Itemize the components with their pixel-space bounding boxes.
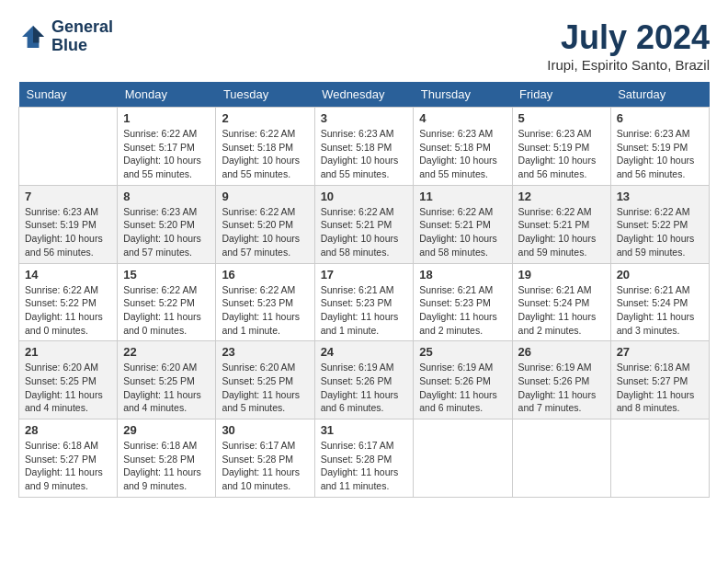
day-header-tuesday: Tuesday bbox=[216, 82, 314, 108]
calendar-cell: 20Sunrise: 6:21 AMSunset: 5:24 PMDayligh… bbox=[610, 263, 709, 341]
day-info: Sunrise: 6:18 AMSunset: 5:28 PMDaylight:… bbox=[123, 439, 210, 493]
day-info: Sunrise: 6:23 AMSunset: 5:19 PMDaylight:… bbox=[25, 205, 111, 259]
day-info: Sunrise: 6:21 AMSunset: 5:23 PMDaylight:… bbox=[321, 283, 408, 338]
day-info: Sunrise: 6:22 AMSunset: 5:21 PMDaylight:… bbox=[321, 205, 408, 259]
day-number: 31 bbox=[321, 423, 408, 437]
calendar-cell: 14Sunrise: 6:22 AMSunset: 5:22 PMDayligh… bbox=[19, 263, 118, 341]
calendar-cell: 31Sunrise: 6:17 AMSunset: 5:28 PMDayligh… bbox=[314, 419, 414, 498]
day-info: Sunrise: 6:21 AMSunset: 5:23 PMDaylight:… bbox=[419, 283, 506, 338]
calendar-cell: 2Sunrise: 6:22 AMSunset: 5:18 PMDaylight… bbox=[216, 108, 314, 186]
day-number: 17 bbox=[321, 268, 408, 282]
calendar-cell: 5Sunrise: 6:23 AMSunset: 5:19 PMDaylight… bbox=[512, 108, 610, 186]
calendar-cell: 29Sunrise: 6:18 AMSunset: 5:28 PMDayligh… bbox=[118, 419, 216, 498]
calendar-cell: 6Sunrise: 6:23 AMSunset: 5:19 PMDaylight… bbox=[610, 108, 709, 186]
day-info: Sunrise: 6:19 AMSunset: 5:26 PMDaylight:… bbox=[518, 361, 605, 415]
day-header-monday: Monday bbox=[118, 82, 216, 108]
title-block: July 2024 Irupi, Espirito Santo, Brazil bbox=[547, 18, 710, 73]
calendar-cell: 18Sunrise: 6:21 AMSunset: 5:23 PMDayligh… bbox=[414, 263, 512, 341]
calendar-week-row: 28Sunrise: 6:18 AMSunset: 5:27 PMDayligh… bbox=[19, 419, 710, 498]
day-number: 16 bbox=[222, 268, 308, 282]
calendar-cell: 24Sunrise: 6:19 AMSunset: 5:26 PMDayligh… bbox=[314, 341, 414, 419]
logo-icon bbox=[18, 22, 48, 52]
day-info: Sunrise: 6:19 AMSunset: 5:26 PMDaylight:… bbox=[419, 361, 506, 415]
calendar-week-row: 1Sunrise: 6:22 AMSunset: 5:17 PMDaylight… bbox=[19, 108, 710, 186]
day-header-thursday: Thursday bbox=[414, 82, 512, 108]
day-info: Sunrise: 6:22 AMSunset: 5:18 PMDaylight:… bbox=[222, 127, 308, 181]
day-info: Sunrise: 6:22 AMSunset: 5:22 PMDaylight:… bbox=[617, 205, 703, 259]
calendar-cell: 9Sunrise: 6:22 AMSunset: 5:20 PMDaylight… bbox=[216, 185, 314, 263]
calendar-cell: 28Sunrise: 6:18 AMSunset: 5:27 PMDayligh… bbox=[19, 419, 118, 498]
day-number: 6 bbox=[617, 111, 703, 125]
day-info: Sunrise: 6:22 AMSunset: 5:22 PMDaylight:… bbox=[25, 283, 111, 338]
day-number: 3 bbox=[321, 111, 408, 125]
calendar-cell: 10Sunrise: 6:22 AMSunset: 5:21 PMDayligh… bbox=[314, 185, 414, 263]
day-number: 14 bbox=[25, 268, 111, 282]
day-info: Sunrise: 6:21 AMSunset: 5:24 PMDaylight:… bbox=[617, 283, 703, 338]
calendar-cell: 21Sunrise: 6:20 AMSunset: 5:25 PMDayligh… bbox=[19, 341, 118, 419]
calendar-cell bbox=[19, 108, 118, 186]
day-number: 28 bbox=[25, 423, 111, 437]
logo: General Blue bbox=[18, 18, 113, 55]
day-header-wednesday: Wednesday bbox=[314, 82, 414, 108]
day-number: 18 bbox=[419, 268, 506, 282]
day-info: Sunrise: 6:23 AMSunset: 5:18 PMDaylight:… bbox=[419, 127, 506, 181]
logo-text: General Blue bbox=[51, 18, 113, 55]
calendar-cell bbox=[414, 419, 512, 498]
day-info: Sunrise: 6:23 AMSunset: 5:20 PMDaylight:… bbox=[123, 205, 210, 259]
calendar-cell: 30Sunrise: 6:17 AMSunset: 5:28 PMDayligh… bbox=[216, 419, 314, 498]
calendar-header-row: SundayMondayTuesdayWednesdayThursdayFrid… bbox=[19, 82, 710, 108]
day-info: Sunrise: 6:17 AMSunset: 5:28 PMDaylight:… bbox=[321, 439, 408, 493]
day-number: 9 bbox=[222, 190, 308, 203]
calendar-cell: 16Sunrise: 6:22 AMSunset: 5:23 PMDayligh… bbox=[216, 263, 314, 341]
day-number: 25 bbox=[419, 345, 506, 359]
day-info: Sunrise: 6:22 AMSunset: 5:17 PMDaylight:… bbox=[123, 127, 210, 181]
day-info: Sunrise: 6:20 AMSunset: 5:25 PMDaylight:… bbox=[25, 361, 111, 415]
day-info: Sunrise: 6:20 AMSunset: 5:25 PMDaylight:… bbox=[123, 361, 210, 415]
day-info: Sunrise: 6:20 AMSunset: 5:25 PMDaylight:… bbox=[222, 361, 308, 415]
day-number: 7 bbox=[25, 190, 111, 203]
calendar-cell: 4Sunrise: 6:23 AMSunset: 5:18 PMDaylight… bbox=[414, 108, 512, 186]
day-number: 26 bbox=[518, 345, 605, 359]
calendar-cell: 25Sunrise: 6:19 AMSunset: 5:26 PMDayligh… bbox=[414, 341, 512, 419]
day-number: 24 bbox=[321, 345, 408, 359]
calendar-cell: 7Sunrise: 6:23 AMSunset: 5:19 PMDaylight… bbox=[19, 185, 118, 263]
day-info: Sunrise: 6:22 AMSunset: 5:21 PMDaylight:… bbox=[518, 205, 605, 259]
day-info: Sunrise: 6:18 AMSunset: 5:27 PMDaylight:… bbox=[25, 439, 111, 493]
day-number: 5 bbox=[518, 111, 605, 125]
calendar-cell: 22Sunrise: 6:20 AMSunset: 5:25 PMDayligh… bbox=[118, 341, 216, 419]
day-number: 21 bbox=[25, 345, 111, 359]
calendar-cell: 26Sunrise: 6:19 AMSunset: 5:26 PMDayligh… bbox=[512, 341, 610, 419]
day-number: 10 bbox=[321, 190, 408, 203]
calendar-cell: 1Sunrise: 6:22 AMSunset: 5:17 PMDaylight… bbox=[118, 108, 216, 186]
day-number: 30 bbox=[222, 423, 308, 437]
day-number: 4 bbox=[419, 111, 506, 125]
calendar-cell bbox=[512, 419, 610, 498]
day-number: 1 bbox=[123, 111, 210, 125]
calendar-cell: 27Sunrise: 6:18 AMSunset: 5:27 PMDayligh… bbox=[610, 341, 709, 419]
calendar-cell: 19Sunrise: 6:21 AMSunset: 5:24 PMDayligh… bbox=[512, 263, 610, 341]
day-info: Sunrise: 6:23 AMSunset: 5:18 PMDaylight:… bbox=[321, 127, 408, 181]
day-number: 19 bbox=[518, 268, 605, 282]
day-number: 20 bbox=[617, 268, 703, 282]
day-info: Sunrise: 6:19 AMSunset: 5:26 PMDaylight:… bbox=[321, 361, 408, 415]
calendar-table: SundayMondayTuesdayWednesdayThursdayFrid… bbox=[18, 82, 710, 498]
calendar-cell: 23Sunrise: 6:20 AMSunset: 5:25 PMDayligh… bbox=[216, 341, 314, 419]
day-header-saturday: Saturday bbox=[610, 82, 709, 108]
day-number: 8 bbox=[123, 190, 210, 203]
calendar-cell: 8Sunrise: 6:23 AMSunset: 5:20 PMDaylight… bbox=[118, 185, 216, 263]
svg-marker-1 bbox=[33, 26, 44, 42]
page-header: General Blue July 2024 Irupi, Espirito S… bbox=[18, 18, 710, 73]
month-title: July 2024 bbox=[547, 18, 710, 57]
day-info: Sunrise: 6:18 AMSunset: 5:27 PMDaylight:… bbox=[617, 361, 703, 415]
day-number: 13 bbox=[617, 190, 703, 203]
day-header-friday: Friday bbox=[512, 82, 610, 108]
day-number: 27 bbox=[617, 345, 703, 359]
calendar-cell: 11Sunrise: 6:22 AMSunset: 5:21 PMDayligh… bbox=[414, 185, 512, 263]
calendar-cell: 17Sunrise: 6:21 AMSunset: 5:23 PMDayligh… bbox=[314, 263, 414, 341]
day-info: Sunrise: 6:23 AMSunset: 5:19 PMDaylight:… bbox=[518, 127, 605, 181]
day-info: Sunrise: 6:17 AMSunset: 5:28 PMDaylight:… bbox=[222, 439, 308, 493]
day-info: Sunrise: 6:22 AMSunset: 5:23 PMDaylight:… bbox=[222, 283, 308, 338]
day-number: 12 bbox=[518, 190, 605, 203]
day-info: Sunrise: 6:22 AMSunset: 5:21 PMDaylight:… bbox=[419, 205, 506, 259]
day-number: 15 bbox=[123, 268, 210, 282]
